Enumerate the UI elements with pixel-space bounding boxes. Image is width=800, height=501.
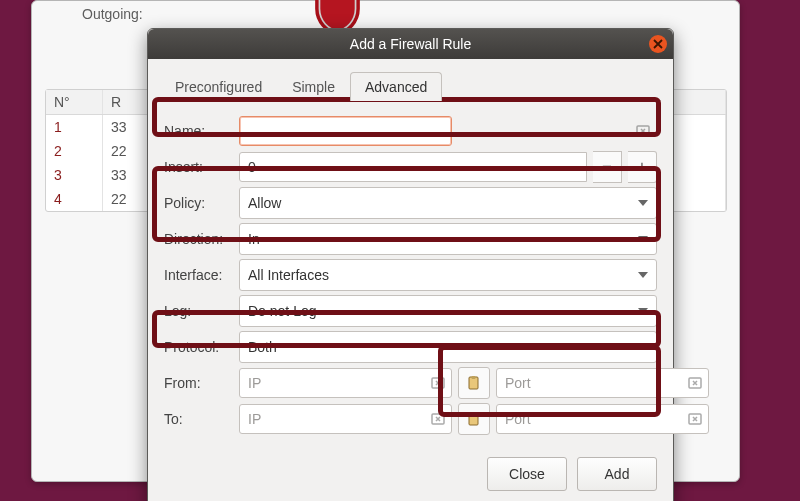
stepper-plus[interactable]: + [628,151,657,183]
clear-icon[interactable] [430,411,446,427]
close-icon[interactable] [649,35,667,53]
from-ip-input[interactable] [239,368,452,398]
svg-rect-3 [472,376,476,379]
from-label: From: [164,375,239,391]
name-label: Name: [164,123,239,139]
outgoing-label: Outgoing: [82,6,143,22]
protocol-select[interactable]: Both [239,331,657,363]
clear-icon[interactable] [430,375,446,391]
policy-select[interactable]: Allow [239,187,657,219]
close-button[interactable]: Close [487,457,567,491]
insert-input[interactable] [239,152,587,182]
stepper-minus[interactable]: − [593,151,622,183]
to-label: To: [164,411,239,427]
paste-icon[interactable] [458,367,490,399]
log-label: Log: [164,303,239,319]
clear-icon[interactable] [635,123,651,139]
dialog-title: Add a Firewall Rule [350,36,471,52]
tab-bar: Preconfigured Simple Advanced [148,59,673,100]
chevron-down-icon [638,308,648,314]
tab-advanced[interactable]: Advanced [350,72,442,101]
form: Name: Insert: − + Policy: Allow [148,101,673,447]
svg-rect-7 [472,412,476,415]
outgoing-row: Outgoing: [82,5,143,22]
clear-icon[interactable] [687,375,703,391]
table-header-num[interactable]: N° [46,90,103,115]
clear-icon[interactable] [687,411,703,427]
protocol-label: Protocol: [164,339,239,355]
log-select[interactable]: Do not Log [239,295,657,327]
insert-label: Insert: [164,159,239,175]
chevron-down-icon [638,236,648,242]
direction-select[interactable]: In [239,223,657,255]
add-button[interactable]: Add [577,457,657,491]
dialog-buttons: Close Add [148,447,673,501]
to-port-input[interactable] [496,404,709,434]
paste-icon[interactable] [458,403,490,435]
to-ip-input[interactable] [239,404,452,434]
tab-preconfigured[interactable]: Preconfigured [160,72,277,101]
chevron-down-icon [638,200,648,206]
chevron-down-icon [638,272,648,278]
interface-select[interactable]: All Interfaces [239,259,657,291]
name-input[interactable] [239,116,452,146]
from-port-input[interactable] [496,368,709,398]
dialog-titlebar[interactable]: Add a Firewall Rule [148,29,673,59]
chevron-down-icon [638,344,648,350]
policy-label: Policy: [164,195,239,211]
direction-label: Direction: [164,231,239,247]
add-rule-dialog: Add a Firewall Rule Preconfigured Simple… [147,28,674,501]
interface-label: Interface: [164,267,239,283]
tab-simple[interactable]: Simple [277,72,350,101]
